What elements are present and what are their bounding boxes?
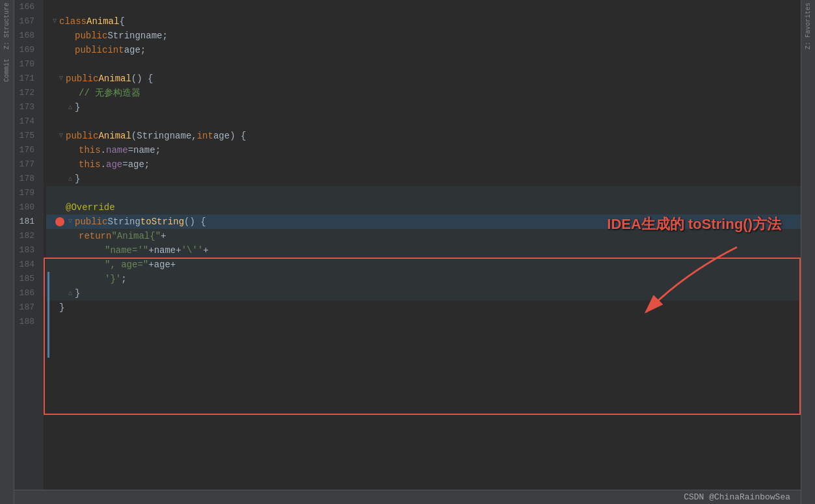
right-sidebar: Z: Favorites <box>801 0 815 504</box>
watermark: CSDN @ChinaRainbowSea <box>684 492 790 502</box>
code-line-179 <box>46 186 801 200</box>
line-num-175: 175 <box>14 129 38 143</box>
code-line-187: } <box>46 300 801 315</box>
fold-175[interactable]: ▽ <box>57 129 66 143</box>
left-sidebar: Z: Structure Commit <box>0 0 14 504</box>
code-line-182: return "Animal{" + <box>46 229 801 243</box>
code-line-176: this.name = name; <box>46 143 801 157</box>
code-line-183: "name='" + name + '\'' + <box>46 243 801 258</box>
line-num-188: 188 <box>14 315 38 329</box>
line-num-184: 184 <box>14 258 38 272</box>
line-num-169: 169 <box>14 43 38 57</box>
line-num-166: 166 <box>14 0 38 14</box>
line-num-171: 171 <box>14 72 38 86</box>
line-num-187: 187 <box>14 300 38 315</box>
line-num-186: 186 <box>14 286 38 300</box>
fold-171[interactable]: ▽ <box>57 72 66 86</box>
fold-181[interactable]: ▽ <box>66 215 75 229</box>
code-line-181: ▽ public String toString() { <box>46 215 801 229</box>
bottom-bar: CSDN @ChinaRainbowSea <box>14 490 801 504</box>
fold-186[interactable]: △ <box>66 286 75 300</box>
code-line-180: @Override <box>46 200 801 215</box>
line-num-176: 176 <box>14 143 38 157</box>
line-num-183: 183 <box>14 243 38 258</box>
editor-container: 166 167 168 169 170 171 172 173 174 175 … <box>14 0 801 504</box>
code-line-185: '}'; <box>46 272 801 286</box>
line-num-180: 180 <box>14 200 38 215</box>
code-line-184: ", age=" + age + <box>46 258 801 272</box>
code-line-178: △ } <box>46 172 801 186</box>
code-line-175: ▽ public Animal(String name,int age) { <box>46 129 801 143</box>
line-num-167: 167 <box>14 14 38 29</box>
code-line-186: △ } <box>46 286 801 300</box>
code-line-174 <box>46 114 801 129</box>
code-line-172: // 无参构造器 <box>46 86 801 100</box>
fold-173[interactable]: △ <box>66 100 75 114</box>
line-num-173: 173 <box>14 100 38 114</box>
line-num-174: 174 <box>14 114 38 129</box>
line-num-177: 177 <box>14 157 38 172</box>
code-area: 166 167 168 169 170 171 172 173 174 175 … <box>14 0 801 490</box>
code-line-170 <box>46 57 801 72</box>
line-num-178: 178 <box>14 172 38 186</box>
code-line-167: ▽ class Animal{ <box>46 14 801 29</box>
code-line-177: this.age = age; <box>46 157 801 172</box>
line-num-172: 172 <box>14 86 38 100</box>
line-numbers: 166 167 168 169 170 171 172 173 174 175 … <box>14 0 44 490</box>
code-content[interactable]: ▽ class Animal{ public String name ; pub… <box>44 0 801 490</box>
fold-178[interactable]: △ <box>66 172 75 186</box>
code-line-168: public String name ; <box>46 29 801 43</box>
line-num-181: 181 <box>14 215 38 229</box>
code-line-171: ▽ public Animal() { <box>46 72 801 86</box>
commit-icon[interactable]: Commit <box>3 59 10 82</box>
favorites-icon[interactable]: Z: Favorites <box>805 3 812 49</box>
line-num-179: 179 <box>14 186 38 200</box>
code-line-188 <box>46 315 801 329</box>
line-num-185: 185 <box>14 272 38 286</box>
structure-icon[interactable]: Z: Structure <box>3 3 10 49</box>
code-line-169: public int age; <box>46 43 801 57</box>
line-num-170: 170 <box>14 57 38 72</box>
fold-167[interactable]: ▽ <box>50 14 59 29</box>
code-line-173: △ } <box>46 100 801 114</box>
line-num-182: 182 <box>14 229 38 243</box>
line-num-168: 168 <box>14 29 38 43</box>
code-line-166 <box>46 0 801 14</box>
